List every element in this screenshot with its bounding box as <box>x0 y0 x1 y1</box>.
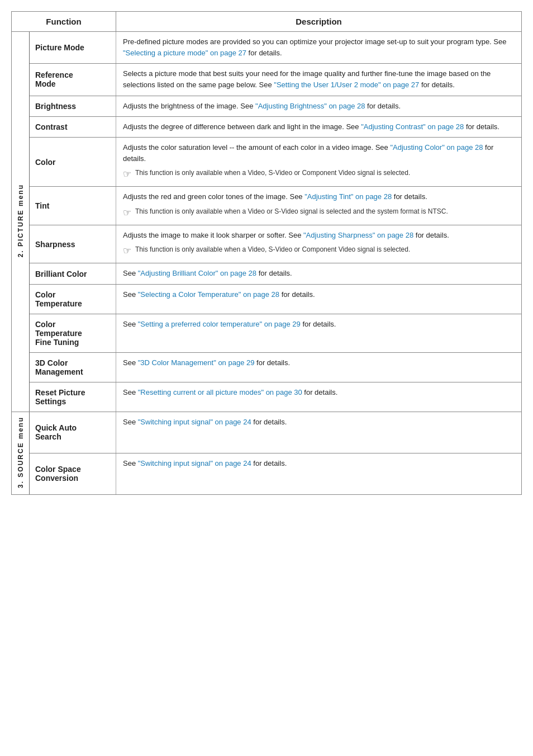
table-row: Color SpaceConversionSee "Switching inpu… <box>12 453 522 494</box>
description-link[interactable]: "Adjusting Sharpness" on page 28 <box>303 231 413 239</box>
description-text: Adjusts the color saturation level -- th… <box>123 142 515 164</box>
description-text: Pre-defined picture modes are provided s… <box>123 36 515 59</box>
description-link[interactable]: "Adjusting Brightness" on page 28 <box>255 102 365 110</box>
note-text: This function is only available when a V… <box>135 168 410 178</box>
note-icon: ☞ <box>123 244 131 258</box>
description-cell-color-temperature-fine-tuning: See "Setting a preferred color temperatu… <box>116 314 522 352</box>
description-text: Adjusts the brightness of the image. See… <box>123 101 515 112</box>
description-cell-sharpness: Adjusts the image to make it look sharpe… <box>116 225 522 263</box>
description-cell-reference-mode: Selects a picture mode that best suits y… <box>116 64 522 96</box>
function-cell-reset-picture-settings: Reset PictureSettings <box>30 382 116 412</box>
function-cell-contrast: Contrast <box>30 116 116 137</box>
description-link[interactable]: "Switching input signal" on page 24 <box>138 459 251 467</box>
function-cell-tint: Tint <box>30 187 116 225</box>
description-link[interactable]: "Switching input signal" on page 24 <box>138 418 251 426</box>
description-text: See "Switching input signal" on page 24 … <box>123 417 515 428</box>
function-cell-color-temperature-fine-tuning: ColorTemperatureFine Tuning <box>30 314 116 352</box>
description-text: See "Resetting current or all picture mo… <box>123 387 515 398</box>
table-row: Reset PictureSettingsSee "Resetting curr… <box>12 382 522 412</box>
description-link[interactable]: "Selecting a picture mode" on page 27 <box>123 49 246 57</box>
description-link[interactable]: "Resetting current or all picture modes"… <box>138 388 302 396</box>
description-text: See "3D Color Management" on page 29 for… <box>123 357 515 368</box>
table-row: ColorTemperatureFine TuningSee "Setting … <box>12 314 522 352</box>
note: ☞This function is only available when a … <box>123 168 515 182</box>
function-cell-color: Color <box>30 137 116 187</box>
function-cell-quick-auto-search: Quick AutoSearch <box>30 412 116 453</box>
table-row: ColorTemperatureSee "Selecting a Color T… <box>12 284 522 314</box>
table-row: 3D ColorManagementSee "3D Color Manageme… <box>12 352 522 382</box>
function-header: Function <box>12 12 116 32</box>
note-icon: ☞ <box>123 167 131 182</box>
description-cell-contrast: Adjusts the degree of difference between… <box>116 116 522 137</box>
table-row: 3. SOURCE menuQuick AutoSearchSee "Switc… <box>12 412 522 453</box>
description-text: Selects a picture mode that best suits y… <box>123 68 515 91</box>
sidebar-label: 2. PICTURE menu <box>17 179 25 262</box>
note: ☞This function is only available when a … <box>123 206 515 220</box>
description-cell-brilliant-color: See "Adjusting Brilliant Color" on page … <box>116 263 522 284</box>
function-cell-3d-color-management: 3D ColorManagement <box>30 352 116 382</box>
note-text: This function is only available when a V… <box>135 206 448 217</box>
table-row: ReferenceModeSelects a picture mode that… <box>12 64 522 96</box>
sidebar-label: 3. SOURCE menu <box>17 412 25 493</box>
description-text: Adjusts the degree of difference between… <box>123 121 515 133</box>
function-cell-color-temperature: ColorTemperature <box>30 284 116 314</box>
description-link[interactable]: "Selecting a Color Temperature" on page … <box>138 290 279 299</box>
description-text: See "Switching input signal" on page 24 … <box>123 458 515 469</box>
description-cell-reset-picture-settings: See "Resetting current or all picture mo… <box>116 382 522 412</box>
description-cell-tint: Adjusts the red and green color tones of… <box>116 187 522 225</box>
note-icon: ☞ <box>123 206 131 220</box>
table-row: ContrastAdjusts the degree of difference… <box>12 116 522 137</box>
description-link[interactable]: "Adjusting Color" on page 28 <box>390 143 483 152</box>
description-link[interactable]: "Setting the User 1/User 2 mode" on page… <box>274 81 419 89</box>
description-text: See "Adjusting Brilliant Color" on page … <box>123 268 515 279</box>
description-cell-color-space-conversion: See "Switching input signal" on page 24 … <box>116 453 522 494</box>
table-row: BrightnessAdjusts the brightness of the … <box>12 96 522 116</box>
table-row: SharpnessAdjusts the image to make it lo… <box>12 225 522 263</box>
function-cell-picture-mode: Picture Mode <box>30 32 116 64</box>
description-cell-picture-mode: Pre-defined picture modes are provided s… <box>116 32 522 64</box>
description-header: Description <box>116 12 522 32</box>
table-row: TintAdjusts the red and green color tone… <box>12 187 522 225</box>
function-cell-sharpness: Sharpness <box>30 225 116 263</box>
note-text: This function is only available when a V… <box>135 244 410 255</box>
function-cell-brightness: Brightness <box>30 96 116 116</box>
description-cell-color-temperature: See "Selecting a Color Temperature" on p… <box>116 284 522 314</box>
sidebar-cell-picture-menu: 2. PICTURE menu <box>12 32 30 412</box>
description-link[interactable]: "Adjusting Tint" on page 28 <box>304 192 392 201</box>
function-cell-brilliant-color: Brilliant Color <box>30 263 116 284</box>
function-cell-color-space-conversion: Color SpaceConversion <box>30 453 116 494</box>
description-link[interactable]: "Adjusting Brilliant Color" on page 28 <box>138 269 256 277</box>
description-cell-quick-auto-search: See "Switching input signal" on page 24 … <box>116 412 522 453</box>
description-text: See "Selecting a Color Temperature" on p… <box>123 289 515 300</box>
note: ☞This function is only available when a … <box>123 244 515 258</box>
description-text: Adjusts the image to make it look sharpe… <box>123 230 515 241</box>
description-link[interactable]: "Adjusting Contrast" on page 28 <box>361 122 464 131</box>
table-row: Brilliant ColorSee "Adjusting Brilliant … <box>12 263 522 284</box>
table-row: ColorAdjusts the color saturation level … <box>12 137 522 187</box>
table-row: 2. PICTURE menuPicture ModePre-defined p… <box>12 32 522 64</box>
description-cell-3d-color-management: See "3D Color Management" on page 29 for… <box>116 352 522 382</box>
function-cell-reference-mode: ReferenceMode <box>30 64 116 96</box>
main-table: Function Description 2. PICTURE menuPict… <box>11 11 522 495</box>
description-text: See "Setting a preferred color temperatu… <box>123 319 515 330</box>
description-link[interactable]: "Setting a preferred color temperature" … <box>138 320 301 328</box>
description-text: Adjusts the red and green color tones of… <box>123 191 515 202</box>
description-cell-brightness: Adjusts the brightness of the image. See… <box>116 96 522 116</box>
description-cell-color: Adjusts the color saturation level -- th… <box>116 137 522 187</box>
description-link[interactable]: "3D Color Management" on page 29 <box>138 358 255 367</box>
sidebar-cell-source-menu: 3. SOURCE menu <box>12 412 30 494</box>
